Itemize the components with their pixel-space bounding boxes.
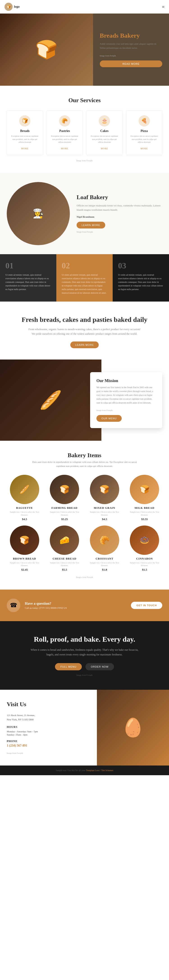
visit-section: Visit Us 121 Rock Street, 21 Avenue, New… xyxy=(0,690,169,765)
visit-address-line1: 121 Rock Street, 21 Avenue, xyxy=(7,713,90,718)
hero-content: Breads Bakery Addit venenatis cras sed f… xyxy=(93,14,169,86)
loaf-author: Nigel Brandnum xyxy=(77,215,162,218)
bakery-items-title: Bakery Items xyxy=(7,452,162,459)
service-desc-1: Excepteur sint occaecat cupidatat non pr… xyxy=(50,135,80,144)
item-subdesc-4: Sample text. Click to select the Text El… xyxy=(7,562,43,567)
item-subdesc-7: Sample text. Click to select the Text El… xyxy=(127,562,163,567)
service-link-1[interactable]: MORE xyxy=(61,147,68,150)
item-price-0: $4.5 xyxy=(7,517,43,521)
mission-our-menu-button[interactable]: OUR MENU xyxy=(96,415,122,422)
roll-section: Roll, proof, and bake. Every day. When i… xyxy=(0,621,169,690)
mission-card: Our Mission We opened our first bakery i… xyxy=(90,372,162,428)
item-price-4: $2.45 xyxy=(7,568,43,571)
item-name-3: MILK BREAD xyxy=(127,506,163,510)
fresh-title: Fresh breads, cakes and pasties baked da… xyxy=(14,315,155,324)
item-subdesc-2: Sample text. Click to select the Text El… xyxy=(87,511,122,516)
fresh-description: From wholesome, organic loaves to mouth-… xyxy=(28,327,141,336)
loaf-image-inner: 👩‍🍳 xyxy=(7,182,70,245)
service-icon-pastries: 🥐 xyxy=(59,115,70,127)
mission-background: 🥖 xyxy=(0,360,101,441)
visit-caption: Image from Freepik xyxy=(7,752,90,754)
mission-caption: Image from Freepik xyxy=(96,409,156,411)
service-link-0[interactable]: MORE xyxy=(21,147,28,150)
hero-image-caption: Image from Freepik xyxy=(100,54,163,57)
feature-text-0: Ut enim ad minim veniam, quis nostrud ex… xyxy=(5,273,51,291)
hero-read-more-button[interactable]: READ MORE xyxy=(100,60,163,67)
fresh-section: Fresh breads, cakes and pasties baked da… xyxy=(0,302,169,360)
services-caption: Image from Freepik xyxy=(7,159,162,162)
bakery-items-caption: Images from Freepik xyxy=(7,576,162,578)
navbar: 🍞 logo ≡ xyxy=(0,0,169,14)
visit-phone-title: PHONE xyxy=(7,740,90,743)
service-card-cakes: 🎂 Cakes Excepteur sint occaecat cupidata… xyxy=(86,111,123,155)
cta-phone-icon: ☎ xyxy=(7,598,20,612)
item-price-1: $5.25 xyxy=(47,517,82,521)
item-card-baguette: 🥖 BAGUETTE Sample text. Click to select … xyxy=(7,475,43,521)
footer-link[interactable]: Template Love / Tob Schemes xyxy=(86,769,113,772)
hero-image-left: 🍞 xyxy=(0,14,93,86)
hero-description: Addit venenatis cras sed felis eget amit… xyxy=(100,42,163,50)
services-section: Our Services 🍞 Breads Excepteur sint occ… xyxy=(0,86,169,173)
item-subdesc-5: Sample text. Click to select the Text El… xyxy=(47,562,82,567)
item-name-6: CROISSANT xyxy=(87,557,122,560)
footer-text: Sample text. Use this for all your Templ… xyxy=(7,769,162,772)
loaf-content: Loaf Bakery Officies tes integer malesua… xyxy=(77,194,162,233)
roll-full-menu-button[interactable]: FULL MENU xyxy=(55,663,82,670)
feature-number-0: 01 xyxy=(5,261,51,270)
item-subdesc-1: Sample text. Click to select the Text El… xyxy=(47,511,82,516)
visit-address: 121 Rock Street, 21 Avenue, New York, NY… xyxy=(7,713,90,722)
visit-hours-row-0: Monday - Saturday: 9am - 7pm xyxy=(7,730,90,733)
service-name-1: Pastries xyxy=(50,129,80,133)
loaf-image: 👩‍🍳 xyxy=(7,182,70,245)
visit-phone-number: 1 (234) 567-891 xyxy=(7,744,90,748)
feature-number-1: 02 xyxy=(62,261,107,270)
service-name-2: Cakes xyxy=(89,129,120,133)
item-card-milk-bread: 🍞 MILK BREAD Sample text. Click to selec… xyxy=(127,475,163,521)
loaf-title: Loaf Bakery xyxy=(77,194,162,201)
bakery-items-grid: 🥖 BAGUETTE Sample text. Click to select … xyxy=(7,475,162,571)
item-price-7: $1.5 xyxy=(127,568,163,571)
item-card-mixed-grain: 🍞 MIXED GRAIN Sample text. Click to sele… xyxy=(87,475,122,521)
feature-number-2: 03 xyxy=(118,261,164,270)
item-price-3: $3.55 xyxy=(127,517,163,521)
item-subdesc-0: Sample text. Click to select the Text El… xyxy=(7,511,43,516)
item-name-1: FARMING BREAD xyxy=(47,506,82,510)
service-name-0: Breads xyxy=(10,129,40,133)
cta-main-text: Have a question? xyxy=(25,601,126,606)
item-image-7: 🍩 xyxy=(130,525,159,555)
visit-title: Visit Us xyxy=(7,701,90,708)
item-price-6: $1.8 xyxy=(87,568,122,571)
loaf-description: Officies tes integer malesuada lorem vel… xyxy=(77,204,162,212)
item-image-3: 🍞 xyxy=(130,475,159,504)
item-name-7: CINNABON xyxy=(127,557,163,560)
item-price-5: $5.5 xyxy=(47,568,82,571)
visit-image: 🥚 xyxy=(97,690,169,765)
cta-get-in-touch-button[interactable]: GET IN TOUCH xyxy=(131,602,162,609)
feature-text-1: Ut enim ad minim veniam, quis nostrud ex… xyxy=(62,273,107,295)
service-icon-pizza: 🍕 xyxy=(139,115,150,127)
visit-info: Visit Us 121 Rock Street, 21 Avenue, New… xyxy=(0,690,97,765)
service-card-breads: 🍞 Breads Excepteur sint occaecat cupidat… xyxy=(7,111,43,155)
service-icon-cakes: 🎂 xyxy=(99,115,110,127)
roll-order-now-button[interactable]: ORDER NOW xyxy=(85,663,114,670)
roll-title: Roll, proof, and bake. Every day. xyxy=(7,635,162,644)
item-price-2: $4.5 xyxy=(87,517,122,521)
item-image-2: 🍞 xyxy=(90,475,119,504)
service-desc-3: Excepteur sint occaecat cupidatat non pr… xyxy=(129,135,160,144)
loaf-learn-more-button[interactable]: LEARN MORE xyxy=(77,222,105,229)
hero-title: Breads Bakery xyxy=(100,32,163,39)
logo: 🍞 logo xyxy=(5,3,20,11)
feature-3: 03 Ut enim ad minim veniam, quis nostrud… xyxy=(113,254,169,302)
loaf-section: 👩‍🍳 Loaf Bakery Officies tes integer mal… xyxy=(0,173,169,254)
service-link-2[interactable]: MORE xyxy=(101,147,108,150)
service-icon-breads: 🍞 xyxy=(19,115,30,127)
service-link-3[interactable]: MORE xyxy=(141,147,148,150)
service-card-pastries: 🥐 Pastries Excepteur sint occaecat cupid… xyxy=(47,111,83,155)
feature-1: 01 Ut enim ad minim veniam, quis nostrud… xyxy=(0,254,56,302)
hamburger-menu-icon[interactable]: ≡ xyxy=(162,4,164,10)
item-card-croissant: 🥐 CROISSANT Sample text. Click to select… xyxy=(87,525,122,571)
logo-text: logo xyxy=(14,5,20,9)
services-title: Our Services xyxy=(7,97,162,104)
item-image-6: 🥐 xyxy=(90,525,119,555)
fresh-learn-more-button[interactable]: LEARN MORE xyxy=(70,342,99,348)
